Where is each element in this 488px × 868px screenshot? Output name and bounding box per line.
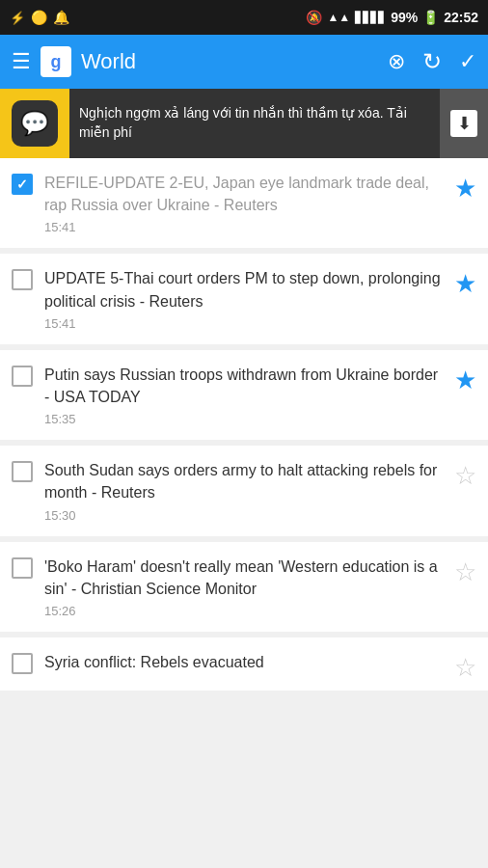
clock: 22:52 [444,10,478,25]
star-icon-4[interactable]: ☆ [454,461,476,490]
wifi-icon: ▲▲ [327,11,350,24]
checkbox-area-4[interactable] [12,461,33,482]
star-area-6[interactable]: ☆ [454,653,476,683]
menu-button[interactable]: ☰ [12,49,31,74]
status-left-icons: ⚡ 🟡 🔔 [10,10,69,25]
top-bar-actions: ⊗ ↻ ✓ [388,48,476,75]
star-icon-2[interactable]: ★ [454,269,476,298]
status-bar: ⚡ 🟡 🔔 🔕 ▲▲ ▋▋▋▋ 99% 🔋 22:52 [0,0,488,35]
news-time-5: 15:26 [44,604,443,618]
checkbox-1[interactable] [12,174,33,195]
news-title-5: 'Boko Haram' doesn't really mean 'Wester… [44,556,443,600]
star-area-2[interactable]: ★ [454,269,476,299]
google-icon: g [41,46,71,77]
news-content-5: 'Boko Haram' doesn't really mean 'Wester… [44,556,443,618]
top-bar: ☰ g World ⊗ ↻ ✓ [0,35,488,89]
checkbox-area-5[interactable] [12,557,33,579]
star-icon-5[interactable]: ☆ [454,557,476,586]
news-content-2: UPDATE 5-Thai court orders PM to step do… [44,267,443,330]
news-title-2: UPDATE 5-Thai court orders PM to step do… [44,267,443,312]
news-item-5[interactable]: 'Boko Haram' doesn't really mean 'Wester… [0,542,488,632]
star-area-4[interactable]: ☆ [454,461,476,491]
star-icon-1[interactable]: ★ [454,174,476,203]
news-item-6-partial[interactable]: Syria conflict: Rebels evacuated ☆ [0,637,488,691]
star-area-5[interactable]: ☆ [454,557,476,587]
star-icon-3[interactable]: ★ [454,366,476,394]
ad-text: Nghịch ngợm xả láng với tin nhắn thì thầ… [69,96,440,149]
news-time-4: 15:30 [44,508,443,523]
news-time-2: 15:41 [44,316,443,331]
news-content-6: Syria conflict: Rebels evacuated [44,651,443,677]
news-title-6: Syria conflict: Rebels evacuated [44,651,443,673]
battery-icon: 🔋 [422,10,439,25]
ad-icon-inner: 💬 [12,100,58,147]
checkbox-4[interactable] [12,461,33,482]
ad-app-icon: 💬 [0,89,69,158]
checkbox-area-6[interactable] [12,653,33,674]
news-item-1[interactable]: REFILE-UPDATE 2-EU, Japan eye landmark t… [0,158,488,248]
signal-icon: ▋▋▋▋ [355,12,386,24]
download-icon: ⬇ [450,110,477,137]
refresh-icon[interactable]: ↻ [422,48,442,75]
usb-icon: ⚡ [10,11,25,25]
news-time-3: 15:35 [44,412,443,426]
news-item-4[interactable]: South Sudan says orders army to halt att… [0,446,488,535]
news-content-4: South Sudan says orders army to halt att… [44,459,443,522]
news-title-3: Putin says Russian troops withdrawn from… [44,364,443,408]
checkbox-5[interactable] [12,557,33,579]
notification-icon: 🔔 [53,10,69,25]
checkbox-area-3[interactable] [12,366,33,387]
news-time-1: 15:41 [44,220,443,234]
crosshair-icon[interactable]: ⊗ [388,49,405,74]
google-letter: g [51,52,62,72]
ad-banner: 💬 Nghịch ngợm xả láng với tin nhắn thì t… [0,89,488,158]
star-icon-6[interactable]: ☆ [454,653,476,682]
news-title-4: South Sudan says orders army to halt att… [44,459,443,503]
checkbox-3[interactable] [12,366,33,387]
page-title: World [81,49,136,74]
checkbox-6[interactable] [12,653,33,674]
checkbox-area-1[interactable] [12,174,33,195]
check-icon[interactable]: ✓ [459,49,476,74]
sync-icon: 🟡 [31,10,47,25]
star-area-1[interactable]: ★ [454,174,476,203]
battery-percent: 99% [391,10,418,25]
chat-icon: 💬 [20,110,49,137]
checkbox-area-2[interactable] [12,269,33,290]
top-bar-left: ☰ g World [12,46,388,77]
ad-download-button[interactable]: ⬇ [440,89,488,158]
news-list: REFILE-UPDATE 2-EU, Japan eye landmark t… [0,158,488,691]
star-area-3[interactable]: ★ [454,366,476,395]
news-content-3: Putin says Russian troops withdrawn from… [44,364,443,426]
news-title-1: REFILE-UPDATE 2-EU, Japan eye landmark t… [44,172,443,216]
checkbox-2[interactable] [12,269,33,290]
status-right-icons: 🔕 ▲▲ ▋▋▋▋ 99% 🔋 22:52 [306,10,478,25]
mute-icon: 🔕 [306,10,322,25]
news-content-1: REFILE-UPDATE 2-EU, Japan eye landmark t… [44,172,443,234]
news-item-3[interactable]: Putin says Russian troops withdrawn from… [0,350,488,440]
news-item-2[interactable]: UPDATE 5-Thai court orders PM to step do… [0,254,488,343]
